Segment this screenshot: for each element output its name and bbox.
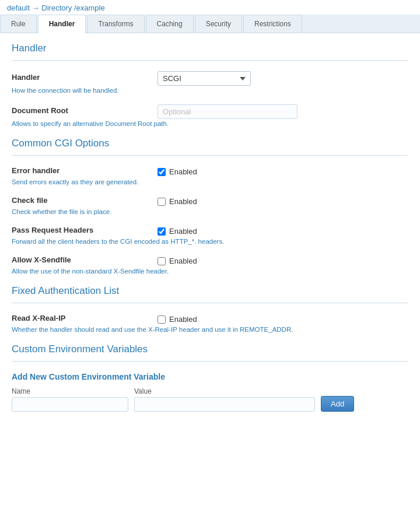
error-handler-enabled-label: Enabled <box>169 167 197 176</box>
check-file-enabled-label: Enabled <box>169 197 197 206</box>
read-x-real-ip-enabled-label: Enabled <box>169 315 197 324</box>
error-handler-label: Error handler <box>12 166 158 175</box>
document-root-field-row: Document Root <box>12 104 408 119</box>
handler-divider <box>12 60 408 61</box>
name-label: Name <box>12 387 128 395</box>
handler-select[interactable]: SCGI FastCGI CGI Static Redirect <box>158 71 251 86</box>
fixed-auth-section: Fixed Authentication List Read X-Real-IP… <box>12 285 408 333</box>
handler-select-col: SCGI FastCGI CGI Static Redirect <box>158 71 408 86</box>
read-x-real-ip-description: Whether the handler should read and use … <box>12 326 408 333</box>
tab-caching[interactable]: Caching <box>146 15 194 33</box>
pass-request-headers-label: Pass Request Headers <box>12 226 158 234</box>
common-cgi-title: Common CGI Options <box>12 138 408 152</box>
handler-field-label-col: Handler <box>12 73 158 84</box>
custom-env-title: Custom Environment Variables <box>12 343 408 357</box>
add-button-col: Add <box>321 396 354 412</box>
allow-x-sendfile-checkbox[interactable] <box>158 257 166 265</box>
allow-x-sendfile-label: Allow X-Sendfile <box>12 255 158 264</box>
allow-x-sendfile-field: Allow X-Sendfile Enabled Allow the use o… <box>12 255 408 275</box>
handler-field-label: Handler <box>12 73 158 82</box>
error-handler-checkbox-row: Enabled <box>158 167 408 176</box>
custom-env-divider <box>12 361 408 362</box>
document-root-description: Allows to specify an alternative Documen… <box>12 120 408 127</box>
allow-x-sendfile-row: Allow X-Sendfile Enabled <box>12 255 408 266</box>
handler-section: Handler Handler SCGI FastCGI CGI Static … <box>12 43 408 127</box>
document-root-label: Document Root <box>12 106 158 115</box>
tab-rule[interactable]: Rule <box>0 15 37 33</box>
allow-x-sendfile-enabled-label: Enabled <box>169 257 197 265</box>
pass-request-headers-enabled-label: Enabled <box>169 227 197 236</box>
name-input[interactable] <box>12 397 128 412</box>
read-x-real-ip-should-link[interactable]: should <box>74 326 94 333</box>
read-x-real-ip-control: Enabled <box>158 315 408 324</box>
add-button[interactable]: Add <box>321 396 354 412</box>
allow-x-sendfile-checkbox-row: Enabled <box>158 257 408 265</box>
error-handler-field: Error handler Enabled Send errors exactl… <box>12 166 408 185</box>
error-handler-label-col: Error handler <box>12 166 158 177</box>
tab-bar: Rule Handler Transforms Caching Security… <box>0 15 420 33</box>
common-cgi-divider <box>12 155 408 156</box>
fixed-auth-divider <box>12 303 408 303</box>
tab-transforms[interactable]: Transforms <box>87 15 144 33</box>
check-file-checkbox[interactable] <box>158 198 166 206</box>
common-cgi-section: Common CGI Options Error handler Enabled… <box>12 138 408 275</box>
tab-restrictions[interactable]: Restrictions <box>243 15 302 33</box>
add-env-row: Name Value Add <box>12 387 408 412</box>
add-new-env-title-text: Add New Custom Environment Variable <box>12 372 165 381</box>
error-handler-row: Error handler Enabled <box>12 166 408 177</box>
tab-security[interactable]: Security <box>195 15 242 33</box>
read-x-real-ip-label-col: Read X-Real-IP <box>12 314 158 325</box>
read-x-real-ip-field: Read X-Real-IP Enabled Whether the handl… <box>12 314 408 333</box>
custom-env-section: Custom Environment Variables Add New Cus… <box>12 343 408 412</box>
check-file-description: Check whether the file is in place. <box>12 208 408 215</box>
allow-x-sendfile-control: Enabled <box>158 257 408 265</box>
error-handler-checkbox[interactable] <box>158 168 166 176</box>
document-root-input[interactable] <box>158 104 298 119</box>
pass-request-headers-control: Enabled <box>158 227 408 236</box>
breadcrumb-path: Directory /example <box>41 3 104 12</box>
document-root-input-col <box>158 104 408 119</box>
value-col: Value <box>134 387 315 412</box>
value-input[interactable] <box>134 397 315 412</box>
error-handler-description: Send errors exactly as they are generate… <box>12 178 408 185</box>
check-file-label: Check file <box>12 196 158 205</box>
handler-field-row: Handler SCGI FastCGI CGI Static Redirect <box>12 71 408 86</box>
read-x-real-ip-checkbox-row: Enabled <box>158 315 408 324</box>
pass-request-headers-description: Forward all the client headers to the CG… <box>12 238 408 245</box>
main-content: Handler Handler SCGI FastCGI CGI Static … <box>0 33 420 426</box>
pass-request-headers-checkbox-row: Enabled <box>158 227 408 236</box>
pass-request-headers-label-col: Pass Request Headers <box>12 226 158 237</box>
document-root-label-col: Document Root <box>12 106 158 117</box>
handler-section-title: Handler <box>12 43 408 57</box>
check-file-row: Check file Enabled <box>12 196 408 207</box>
value-label: Value <box>134 387 315 395</box>
read-x-real-ip-checkbox[interactable] <box>158 315 166 324</box>
pass-request-headers-field: Pass Request Headers Enabled Forward all… <box>12 226 408 245</box>
tab-handler[interactable]: Handler <box>38 15 86 33</box>
pass-request-headers-row: Pass Request Headers Enabled <box>12 226 408 237</box>
read-x-real-ip-row: Read X-Real-IP Enabled <box>12 314 408 325</box>
read-x-real-ip-label: Read X-Real-IP <box>12 314 158 322</box>
check-file-checkbox-row: Enabled <box>158 197 408 206</box>
error-handler-control: Enabled <box>158 167 408 176</box>
allow-x-sendfile-label-col: Allow X-Sendfile <box>12 255 158 266</box>
pass-request-headers-checkbox[interactable] <box>158 227 166 236</box>
handler-field-block: Handler SCGI FastCGI CGI Static Redirect… <box>12 71 408 94</box>
check-file-field: Check file Enabled Check whether the fil… <box>12 196 408 215</box>
breadcrumb: default → Directory /example <box>0 0 420 15</box>
add-new-env-title: Add New Custom Environment Variable <box>12 372 408 381</box>
breadcrumb-arrow: → <box>32 3 40 12</box>
check-file-control: Enabled <box>158 197 408 206</box>
check-file-label-col: Check file <box>12 196 158 207</box>
name-col: Name <box>12 387 128 412</box>
handler-field-description: How the connection will be handled. <box>12 87 408 94</box>
breadcrumb-default-link[interactable]: default <box>7 3 30 12</box>
document-root-field-block: Document Root Allows to specify an alter… <box>12 104 408 127</box>
fixed-auth-title: Fixed Authentication List <box>12 285 408 299</box>
allow-x-sendfile-description: Allow the use of the non-standard X-Send… <box>12 268 408 275</box>
